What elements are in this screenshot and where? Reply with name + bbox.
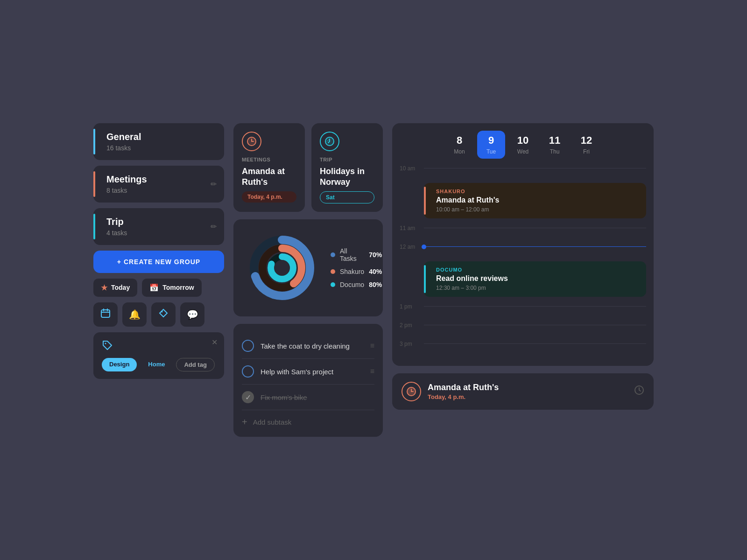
calendar-timeline: 10 am SHAKURO Amanda at Ruth's 10:00 am … [392,159,654,366]
time-11am: 11 am [400,224,646,239]
cal-day-8[interactable]: 8 Mon [445,131,473,159]
time-12am: 12 am [400,243,646,258]
shakuro-ev-title: Amanda at Ruth's [436,196,640,204]
tag-card: ✕ Design Home Add tag [93,332,224,379]
time-3pm-line [424,343,646,344]
time-12am-label: 12 am [400,243,418,250]
trip-event-title: Holidays in Norway [320,166,374,188]
day-10-num: 10 [517,134,529,147]
task-2-menu-icon[interactable]: ≡ [370,367,374,376]
create-group-button[interactable]: + CREATE NEW GROUP [93,251,224,273]
documo-event[interactable]: DOCUMO Read online reviews 12:30 am – 3:… [424,261,646,297]
trip-tasks: 4 tasks [106,229,215,237]
tag-design[interactable]: Design [102,358,137,371]
shakuro-pct: 40% [369,268,382,275]
chat-icon: 💬 [187,309,198,320]
time-2pm: 2 pm [400,321,646,336]
time-1pm-line [424,306,646,307]
add-subtask-button[interactable]: + Add subtask [242,410,374,427]
task-item-1[interactable]: Take the coat to dry cleaning ≡ [242,333,374,359]
task-3-checkbox[interactable]: ✓ [242,391,254,403]
today-filter-button[interactable]: ★ Today [93,279,137,297]
close-tag-card-button[interactable]: ✕ [211,338,218,347]
left-column: General 16 tasks Meetings 8 tasks ✏ Trip… [93,123,224,437]
day-10-name: Wed [517,148,529,155]
app-container: General 16 tasks Meetings 8 tasks ✏ Trip… [93,123,654,437]
trip-event-card[interactable]: TRIP Holidays in Norway Sat [311,123,383,212]
documo-pct: 80% [369,281,382,288]
meetings-event-card[interactable]: MEETINGS Amanda at Ruth's Today, 4 p.m. [233,123,305,212]
documo-dot [331,282,335,287]
general-title: General [106,132,215,142]
tag-home[interactable]: Home [141,358,172,371]
documo-ev-title: Read online reviews [436,274,640,283]
shakuro-ev-time: 10:00 am – 12:00 am [436,206,640,213]
task-item-3[interactable]: ✓ Fix mom's bike [242,385,374,410]
documo-org: DOCUMO [436,267,640,273]
cal-day-11[interactable]: 11 Thu [541,131,569,159]
current-time-line [424,246,646,247]
svg-point-4 [162,311,163,313]
general-color-bar [93,129,95,154]
day-8-num: 8 [457,134,462,147]
meetings-event-icon [242,132,261,151]
day-12-num: 12 [581,134,592,147]
event-cards-row: MEETINGS Amanda at Ruth's Today, 4 p.m. … [233,123,383,212]
meetings-event-title: Amanda at Ruth's [242,166,296,188]
task-2-text: Help with Sam's project [261,368,364,376]
meeting-reminder-card[interactable]: Amanda at Ruth's Today, 4 p.m. [392,373,654,410]
trip-color-bar [93,214,95,239]
group-card-meetings[interactable]: Meetings 8 tasks ✏ [93,166,224,203]
group-card-trip[interactable]: Trip 4 tasks ✏ [93,208,224,245]
time-10am: 10 am [400,164,646,179]
tag-icon-button[interactable] [151,302,176,327]
documo-ev-time: 12:30 am – 3:00 pm [436,285,640,291]
legend-all-tasks: All Tasks 70% [331,247,382,262]
right-column: 8 Mon 9 Tue 10 Wed 11 Thu 12 Fri [392,123,654,437]
day-11-num: 11 [549,134,560,147]
chart-card: All Tasks 70% Shakuro 40% Documo 80% [233,219,383,316]
trip-edit-icon[interactable]: ✏ [211,222,217,231]
task-1-menu-icon[interactable]: ≡ [370,342,374,350]
meeting-reminder-icon [402,382,421,401]
meetings-color-bar [93,171,95,197]
calendar-icon-button[interactable] [93,302,118,327]
all-tasks-dot [331,252,335,257]
group-card-general: General 16 tasks [93,123,224,160]
forward-icon [158,308,169,321]
meeting-clock-icon[interactable] [634,385,644,398]
task-2-checkbox[interactable] [242,365,254,378]
general-tasks: 16 tasks [106,144,215,152]
cal-day-10[interactable]: 10 Wed [509,131,537,159]
cal-day-12[interactable]: 12 Fri [572,131,600,159]
day-9-name: Tue [486,148,496,155]
documo-bar [424,265,426,293]
shakuro-event[interactable]: SHAKURO Amanda at Ruth's 10:00 am – 12:0… [424,183,646,218]
task-1-checkbox[interactable] [242,340,254,352]
task-1-text: Take the coat to dry cleaning [261,342,364,350]
meetings-type: MEETINGS [242,157,296,162]
svg-rect-0 [101,310,110,317]
tomorrow-filter-button[interactable]: 📅 Tomorrow [142,279,201,297]
legend-documo: Documo 80% [331,281,382,288]
tag-add[interactable]: Add tag [176,358,214,371]
meetings-edit-icon[interactable]: ✏ [211,180,217,189]
bell-icon-button[interactable]: 🔔 [122,302,147,327]
cal-day-9[interactable]: 9 Tue [477,131,505,159]
chat-icon-button[interactable]: 💬 [180,302,204,327]
chart-legend: All Tasks 70% Shakuro 40% Documo 80% [331,247,382,288]
calendar-days-row: 8 Mon 9 Tue 10 Wed 11 Thu 12 Fri [392,123,654,159]
shakuro-bar [424,187,426,215]
time-11am-line [424,228,646,228]
day-9-num: 9 [488,134,494,147]
meeting-reminder-title: Amanda at Ruth's [428,383,627,392]
meeting-reminder-time: Today, 4 p.m. [428,393,627,400]
shakuro-dot [331,269,335,274]
all-tasks-label: All Tasks [340,247,364,262]
shakuro-org: SHAKURO [436,189,640,194]
time-1pm-label: 1 pm [400,302,418,310]
task-3-text: Fix mom's bike [261,393,374,401]
task-item-2[interactable]: Help with Sam's project ≡ [242,359,374,385]
documo-label: Documo [340,281,364,288]
time-3pm-label: 3 pm [400,340,418,347]
